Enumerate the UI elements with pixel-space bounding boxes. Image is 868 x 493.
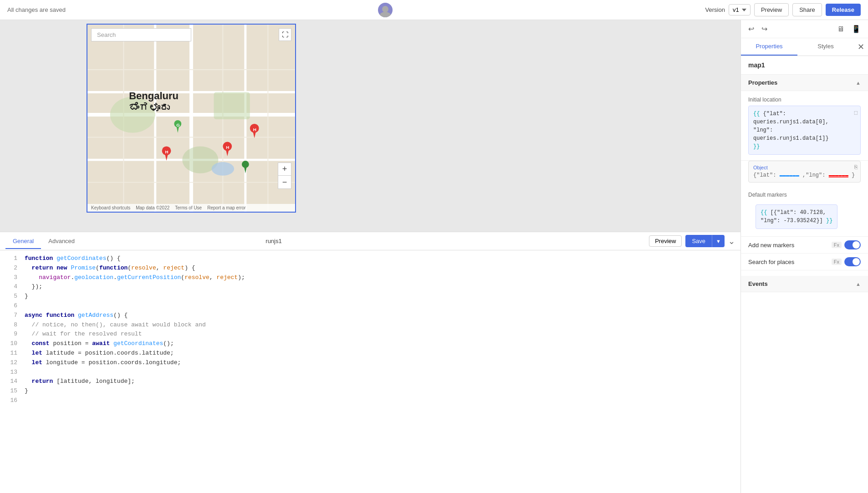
code-line: 15 } xyxy=(0,386,740,396)
map-footer-report: Report a map error xyxy=(207,205,245,210)
add-markers-label: Add new markers xyxy=(748,242,794,249)
add-markers-toggle[interactable] xyxy=(844,240,861,249)
bottom-preview-button[interactable]: Preview xyxy=(649,235,682,247)
desktop-view-button[interactable]: 🖥 xyxy=(835,24,846,34)
code-lat-key: {"lat": xyxy=(763,111,786,117)
map-footer-data: Map data ©2022 xyxy=(136,205,169,210)
map-footer-terms: Terms of Use xyxy=(175,205,202,210)
initial-location-label: Initial location xyxy=(748,97,861,103)
code-line: 3 navigator.geolocation.getCurrentPositi… xyxy=(0,273,740,283)
tab-properties[interactable]: Properties xyxy=(741,38,797,56)
version-label: Version xyxy=(705,6,725,13)
events-section-header[interactable]: Events ▲ xyxy=(741,276,868,292)
save-dropdown-button[interactable]: ▼ xyxy=(712,235,725,247)
city-english: Bengaluru xyxy=(129,90,179,102)
code-lng-key: "lng": xyxy=(753,127,773,133)
map-search-placeholder: Search xyxy=(97,31,116,38)
result-label: Object xyxy=(753,165,856,170)
code-editor[interactable]: 1 function getCoordinates() { 2 return n… xyxy=(0,250,740,493)
initial-location-code[interactable]: {{ {"lat": queries.runjs1.data[0], "lng"… xyxy=(748,106,861,155)
search-places-row: Search for places Fx xyxy=(741,254,868,270)
save-button-group: Save ▼ xyxy=(685,235,725,247)
map-fullscreen-button[interactable]: ⛶ xyxy=(279,28,291,41)
tablet-view-button[interactable]: 📱 xyxy=(850,24,863,34)
main-layout: ⊕ MAP1 🗑 xyxy=(0,20,868,493)
code-line: 5 } xyxy=(0,292,740,301)
code-line: 14 return [latitude, longitude]; xyxy=(0,377,740,386)
bottom-toolbar-right: Preview Save ▼ ⌄ xyxy=(649,235,735,247)
code-line: 1 function getCoordinates() { xyxy=(0,254,740,264)
svg-text:G: G xyxy=(176,122,180,127)
result-close: } xyxy=(852,172,855,178)
tab-advanced[interactable]: Advanced xyxy=(41,234,82,249)
code-line: 2 return new Promise(function(resolve, r… xyxy=(0,264,740,273)
collapse-button[interactable]: ⌄ xyxy=(728,236,735,246)
code-line: 9 // wait for the resolved result xyxy=(0,330,740,339)
avatar[interactable] xyxy=(378,3,393,17)
rp-toolbar: ↩ ↪ 🖥 📱 xyxy=(741,20,868,38)
canvas-area: ⊕ MAP1 🗑 xyxy=(0,20,740,493)
map-zoom-controls: + − xyxy=(278,163,291,189)
svg-point-18 xyxy=(212,162,235,176)
redo-button[interactable]: ↪ xyxy=(760,24,769,34)
map-city-name: Bengaluru ಬೆಂಗಳೂರು xyxy=(129,90,179,114)
result-comma: ,"lng": xyxy=(802,172,825,178)
topbar-center xyxy=(378,3,393,17)
properties-section-label: Properties xyxy=(748,79,777,86)
code-line: 7 async function getAddress() { xyxy=(0,311,740,320)
result-lat-label: {"lat": xyxy=(753,172,776,178)
result-value: {"lat": ▬▬▬▬▬▬ ,"lng": ▬▬▬▬▬▬ } xyxy=(753,172,856,178)
code-line: 6 xyxy=(0,301,740,311)
save-status: All changes are saved xyxy=(7,6,66,13)
undo-button[interactable]: ↩ xyxy=(746,24,756,34)
save-button[interactable]: Save xyxy=(685,235,712,247)
release-button[interactable]: Release xyxy=(826,4,861,16)
svg-text:H: H xyxy=(165,149,168,154)
tab-styles[interactable]: Styles xyxy=(797,38,854,56)
code-queries-lat: queries.runjs1.data[0], xyxy=(753,119,829,125)
code-line: 13 xyxy=(0,368,740,377)
map-zoom-out-button[interactable]: − xyxy=(278,176,291,188)
svg-point-0 xyxy=(382,6,388,12)
result-group: Object {"lat": ▬▬▬▬▬▬ ,"lng": ▬▬▬▬▬▬ } ⎘ xyxy=(741,161,868,188)
tab-general[interactable]: General xyxy=(5,234,41,249)
external-link-icon[interactable]: ⬚ xyxy=(854,109,858,117)
result-lat-value: ▬▬▬▬▬▬ xyxy=(780,172,799,178)
code-bracket-close: }} xyxy=(753,143,760,150)
code-bracket-open: {{ xyxy=(753,111,760,117)
copy-icon[interactable]: ⎘ xyxy=(854,164,858,170)
add-markers-fx: Fx xyxy=(832,242,842,248)
query-name: runjs1 xyxy=(266,238,281,244)
properties-chevron-icon: ▲ xyxy=(856,80,861,86)
map-footer: Keyboard shortcuts Map data ©2022 Terms … xyxy=(87,204,295,212)
result-box: Object {"lat": ▬▬▬▬▬▬ ,"lng": ▬▬▬▬▬▬ } ⎘ xyxy=(748,161,861,183)
code-line: 12 let longitude = position.coords.longi… xyxy=(0,358,740,368)
share-button[interactable]: Share xyxy=(792,3,822,16)
version-select[interactable]: v1 xyxy=(729,4,751,15)
close-panel-button[interactable]: ✕ xyxy=(854,38,868,56)
topbar-right: Version v1 Preview Share Release xyxy=(705,3,861,16)
properties-section-header[interactable]: Properties ▲ xyxy=(741,75,868,91)
svg-point-1 xyxy=(380,12,391,17)
city-kannada: ಬೆಂಗಳೂರು xyxy=(129,102,179,114)
search-places-fx: Fx xyxy=(832,259,842,265)
right-panel: ↩ ↪ 🖥 📱 Properties Styles ✕ map1 Propert… xyxy=(740,20,868,493)
default-markers-code[interactable]: {{ [{"lat": 40.7128, "lng": -73.935242}]… xyxy=(756,204,837,229)
map-widget[interactable]: ⊕ MAP1 🗑 xyxy=(87,24,296,213)
search-places-toggle[interactable] xyxy=(844,257,861,266)
bottom-tabs: General Advanced runjs1 Preview Save ▼ ⌄ xyxy=(0,232,740,250)
code-line: 4 }); xyxy=(0,282,740,292)
topbar: All changes are saved Version v1 Preview… xyxy=(0,0,868,20)
map-search-box[interactable]: Search xyxy=(91,28,191,41)
code-line: 11 let latitude = position.coords.latitu… xyxy=(0,349,740,358)
map-zoom-in-button[interactable]: + xyxy=(278,163,291,176)
initial-location-group: Initial location {{ {"lat": queries.runj… xyxy=(741,91,868,161)
events-chevron-icon: ▲ xyxy=(856,281,861,287)
search-places-label: Search for places xyxy=(748,259,794,265)
preview-button[interactable]: Preview xyxy=(754,3,789,16)
save-status-text: All changes are saved xyxy=(7,6,66,13)
svg-text:H: H xyxy=(226,145,229,150)
svg-rect-17 xyxy=(214,92,250,119)
map-placeholder: G H H H Bengaluru ಬೆಂಗಳೂರು xyxy=(87,25,295,212)
svg-text:H: H xyxy=(253,127,256,132)
